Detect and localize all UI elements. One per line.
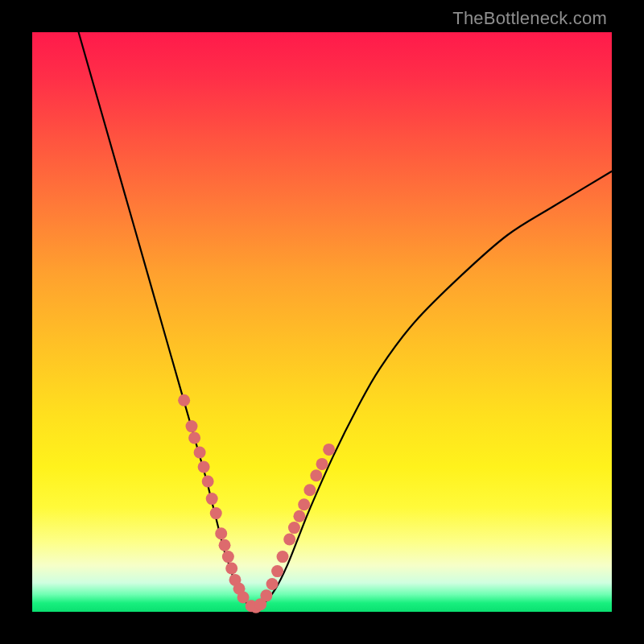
data-point <box>178 394 190 407</box>
data-point <box>310 469 322 481</box>
data-point <box>225 563 237 575</box>
data-point <box>188 432 200 444</box>
chart-container: TheBottleneck.com <box>0 0 644 644</box>
data-point <box>219 539 231 551</box>
data-point <box>303 484 316 496</box>
data-point <box>316 458 328 470</box>
plot-area <box>32 32 612 612</box>
data-point <box>194 447 206 459</box>
data-point <box>202 476 214 488</box>
data-point <box>323 444 335 456</box>
data-point <box>198 461 210 473</box>
data-point <box>277 551 289 563</box>
data-point <box>215 527 227 539</box>
data-point <box>266 578 279 590</box>
data-point <box>222 551 234 563</box>
data-point <box>288 522 300 534</box>
watermark-label: TheBottleneck.com <box>452 8 607 29</box>
data-point <box>260 589 272 601</box>
data-point <box>283 534 295 546</box>
data-point <box>210 507 222 519</box>
chart-svg <box>32 32 612 612</box>
data-point <box>298 498 310 510</box>
right-curve <box>253 171 612 609</box>
data-point <box>206 493 218 505</box>
data-point <box>186 420 198 432</box>
data-point <box>271 565 283 577</box>
left-curve <box>79 32 253 609</box>
data-point <box>293 510 305 522</box>
